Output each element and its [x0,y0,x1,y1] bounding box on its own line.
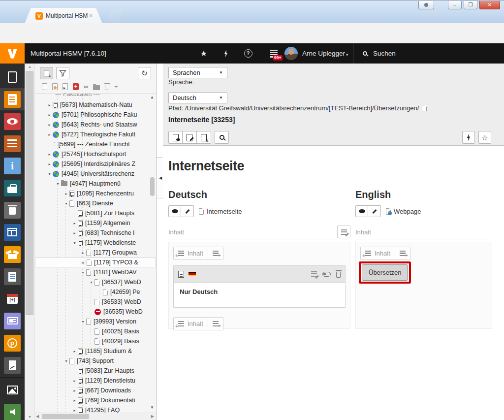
edit-column-button[interactable] [337,226,350,238]
tree-row-label[interactable]: [25745] Hochschulsport [62,151,126,158]
new-content-button[interactable] [197,131,211,144]
shortcut-icon[interactable] [78,368,83,374]
tree-row-label[interactable]: [667] Downloads [85,387,131,394]
module-news[interactable] [0,310,25,332]
profile-button[interactable] [418,1,434,9]
tree-row-label[interactable]: [25695] Interdisziplinäres Z [62,161,135,167]
expanded-icon[interactable]: ▾ [80,270,86,275]
page-icon[interactable] [422,105,427,111]
collapsed-icon[interactable]: ▸ [46,123,53,127]
cache-button[interactable] [462,131,475,144]
tree-row-label[interactable]: [1129] Dienstleistu [85,377,135,384]
module-document-sign[interactable] [0,354,25,376]
globe-icon[interactable] [53,151,59,158]
tree-horizontal-scrollbar[interactable]: ◀ ▶ [35,413,156,420]
tree-row[interactable]: [36533] WebD [35,297,156,307]
scroll-up-icon[interactable]: ▲ [25,65,35,68]
hidden-icon[interactable] [94,309,101,315]
collapsed-icon[interactable]: ▸ [71,388,78,393]
page-icon[interactable] [69,358,74,364]
folder-icon[interactable] [61,181,67,186]
tree-row-label[interactable]: [5673] Mathematisch-Natu [60,101,132,108]
drag-divider-icon[interactable]: ÷ [114,83,118,90]
shortcut-icon[interactable] [78,378,83,384]
scroll-down-icon[interactable]: ▼ [25,415,35,419]
collapsed-icon[interactable]: ▸ [63,192,69,196]
drag-folder-icon[interactable] [93,85,100,90]
tree-row-label[interactable]: [663] Dienste [77,200,113,207]
tree-row-label[interactable]: [5643] Rechts- und Staatsw [62,121,137,128]
scroll-right-icon[interactable]: ▶ [151,414,154,419]
tree-row-label[interactable]: [4945] Universitätsrechenz [62,170,134,177]
tree-row[interactable]: ▸[1177] Groupwa [35,248,156,258]
tree-row-label[interactable]: [40029] Basis [102,338,139,345]
tree-row[interactable]: ▸[25745] Hochschulsport [35,149,156,159]
edit-page-button[interactable] [183,131,197,144]
tree-row[interactable]: ▸[1185] Studium & [35,346,156,356]
collapsed-icon[interactable]: ▸ [80,251,86,255]
page-icon[interactable] [86,250,91,256]
page-icon[interactable] [87,259,92,266]
globe-icon[interactable] [53,122,59,128]
shortcut-icon[interactable] [78,407,83,413]
tree-row[interactable]: ▾[1181] WebDAV [35,267,156,277]
collapsed-icon[interactable]: ▸ [71,221,78,226]
paste-content-button[interactable] [395,247,410,260]
tree-row[interactable]: ÷[5699] --- Zentrale Einricht [35,139,156,149]
delete-icon[interactable] [336,272,341,278]
collapsed-icon[interactable]: ▸ [71,408,78,413]
tree-row-label[interactable]: --- Fakultäten --- [55,94,99,97]
tree-row[interactable]: [5081] Zur Haupts [35,208,156,218]
tree-row[interactable]: ▸[1129] Dienstleistu [35,376,156,386]
tree-row-label[interactable]: [1095] Rechenzentru [77,190,134,197]
tree-row[interactable]: [40025] Basis [35,326,156,336]
drag-trash-icon[interactable] [105,85,109,90]
module-functions[interactable] [0,177,25,199]
module-template-layout[interactable] [0,221,25,243]
topbar-search[interactable]: Suchen [353,43,504,64]
edit-element-icon[interactable] [311,271,317,277]
refresh-tree-button[interactable]: ↻ [138,67,151,79]
expanded-icon[interactable]: ▾ [63,201,69,206]
tree-row[interactable]: [5083] Zur Haupts [35,366,156,376]
tree-row-label[interactable]: [5701] Philosophische Faku [62,111,137,118]
tree-row-label[interactable]: [1175] Webdienste [85,239,136,246]
module-calendar[interactable] [0,288,25,310]
collapsed-icon[interactable]: ▸ [71,349,78,354]
collapsed-icon[interactable]: ▸ [46,152,53,157]
shortcut-icon[interactable] [78,348,83,355]
new-content-element-button[interactable]: Inhalt [173,317,208,330]
new-content-element-button[interactable]: Inhalt [360,247,395,260]
tree-scroll-up-icon[interactable]: ▲ [150,95,154,99]
tree-row-label[interactable]: [5083] Zur Haupts [85,367,134,374]
collapsed-icon[interactable]: ▸ [46,132,53,137]
collapsed-icon[interactable]: ▸ [46,103,53,107]
globe-icon[interactable] [53,131,59,138]
page-icon[interactable] [86,319,91,325]
username[interactable]: Arne Uplegger [302,43,345,64]
module-recycler[interactable] [0,199,25,221]
tree-row-label[interactable]: [39993] Version [94,318,136,325]
edit-button[interactable] [368,205,381,217]
paste-content-button[interactable] [208,247,223,260]
tree-row[interactable]: ▸[5727] Theologische Fakult [35,129,156,139]
tree-row-label[interactable]: [4947] Hauptmenü [70,180,121,187]
shortcut-icon[interactable] [78,397,83,404]
module-filelist[interactable] [0,377,25,401]
tree-row-label[interactable]: [36533] WebD [102,298,141,305]
tree-row-label[interactable]: [41295] FAQ [85,407,120,413]
expanded-icon[interactable]: ▾ [88,280,94,285]
tree-row[interactable]: ▸[1159] Allgemein [35,218,156,228]
tree-row-label[interactable]: [683] Technische I [85,229,135,236]
tree-row[interactable]: --- Fakultäten --- [35,94,156,100]
bookmarks-button[interactable]: ★ [196,43,212,64]
module-list[interactable] [0,132,25,155]
new-content-element-button[interactable]: Inhalt [173,247,208,260]
tree-row[interactable]: ▸[1179] TYPO3 & [35,258,156,267]
hscrollbar-thumb[interactable] [42,414,89,419]
module-document-module[interactable] [0,265,25,288]
tree-row[interactable]: ▾[663] Dienste [35,198,156,208]
expanded-icon[interactable]: ▾ [63,359,69,363]
page-icon[interactable] [103,289,108,295]
shortcut-icon[interactable] [78,388,83,394]
